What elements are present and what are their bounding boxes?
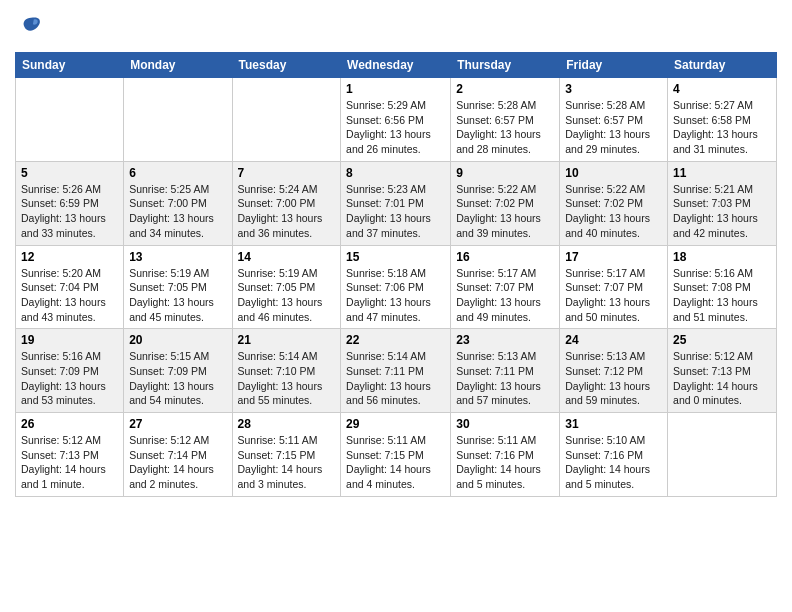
day-info: Sunrise: 5:12 AM Sunset: 7:13 PM Dayligh…	[673, 349, 771, 408]
logo-bird-icon	[17, 14, 45, 42]
day-info: Sunrise: 5:19 AM Sunset: 7:05 PM Dayligh…	[238, 266, 336, 325]
calendar-cell: 6Sunrise: 5:25 AM Sunset: 7:00 PM Daylig…	[124, 161, 232, 245]
calendar-cell: 10Sunrise: 5:22 AM Sunset: 7:02 PM Dayli…	[560, 161, 668, 245]
day-number: 13	[129, 250, 226, 264]
day-header-tuesday: Tuesday	[232, 53, 341, 78]
day-number: 5	[21, 166, 118, 180]
day-number: 21	[238, 333, 336, 347]
calendar-cell	[668, 413, 777, 497]
day-number: 14	[238, 250, 336, 264]
day-number: 22	[346, 333, 445, 347]
day-info: Sunrise: 5:12 AM Sunset: 7:13 PM Dayligh…	[21, 433, 118, 492]
day-info: Sunrise: 5:14 AM Sunset: 7:10 PM Dayligh…	[238, 349, 336, 408]
day-info: Sunrise: 5:28 AM Sunset: 6:57 PM Dayligh…	[456, 98, 554, 157]
day-info: Sunrise: 5:22 AM Sunset: 7:02 PM Dayligh…	[456, 182, 554, 241]
calendar-cell: 30Sunrise: 5:11 AM Sunset: 7:16 PM Dayli…	[451, 413, 560, 497]
day-number: 29	[346, 417, 445, 431]
calendar-cell: 9Sunrise: 5:22 AM Sunset: 7:02 PM Daylig…	[451, 161, 560, 245]
day-number: 17	[565, 250, 662, 264]
day-info: Sunrise: 5:21 AM Sunset: 7:03 PM Dayligh…	[673, 182, 771, 241]
calendar-cell: 27Sunrise: 5:12 AM Sunset: 7:14 PM Dayli…	[124, 413, 232, 497]
calendar-week-row: 1Sunrise: 5:29 AM Sunset: 6:56 PM Daylig…	[16, 78, 777, 162]
calendar-cell: 26Sunrise: 5:12 AM Sunset: 7:13 PM Dayli…	[16, 413, 124, 497]
calendar-week-row: 12Sunrise: 5:20 AM Sunset: 7:04 PM Dayli…	[16, 245, 777, 329]
day-info: Sunrise: 5:23 AM Sunset: 7:01 PM Dayligh…	[346, 182, 445, 241]
calendar-cell: 8Sunrise: 5:23 AM Sunset: 7:01 PM Daylig…	[341, 161, 451, 245]
logo	[15, 14, 45, 46]
day-info: Sunrise: 5:22 AM Sunset: 7:02 PM Dayligh…	[565, 182, 662, 241]
calendar-cell: 1Sunrise: 5:29 AM Sunset: 6:56 PM Daylig…	[341, 78, 451, 162]
day-number: 8	[346, 166, 445, 180]
day-info: Sunrise: 5:12 AM Sunset: 7:14 PM Dayligh…	[129, 433, 226, 492]
day-info: Sunrise: 5:29 AM Sunset: 6:56 PM Dayligh…	[346, 98, 445, 157]
day-number: 4	[673, 82, 771, 96]
day-number: 27	[129, 417, 226, 431]
calendar-cell: 12Sunrise: 5:20 AM Sunset: 7:04 PM Dayli…	[16, 245, 124, 329]
day-number: 26	[21, 417, 118, 431]
calendar-cell: 19Sunrise: 5:16 AM Sunset: 7:09 PM Dayli…	[16, 329, 124, 413]
calendar-cell: 13Sunrise: 5:19 AM Sunset: 7:05 PM Dayli…	[124, 245, 232, 329]
calendar-cell: 14Sunrise: 5:19 AM Sunset: 7:05 PM Dayli…	[232, 245, 341, 329]
calendar-cell: 18Sunrise: 5:16 AM Sunset: 7:08 PM Dayli…	[668, 245, 777, 329]
day-number: 25	[673, 333, 771, 347]
calendar-cell: 23Sunrise: 5:13 AM Sunset: 7:11 PM Dayli…	[451, 329, 560, 413]
calendar-cell: 15Sunrise: 5:18 AM Sunset: 7:06 PM Dayli…	[341, 245, 451, 329]
day-header-sunday: Sunday	[16, 53, 124, 78]
day-number: 15	[346, 250, 445, 264]
calendar-cell: 17Sunrise: 5:17 AM Sunset: 7:07 PM Dayli…	[560, 245, 668, 329]
day-number: 1	[346, 82, 445, 96]
day-info: Sunrise: 5:25 AM Sunset: 7:00 PM Dayligh…	[129, 182, 226, 241]
day-info: Sunrise: 5:14 AM Sunset: 7:11 PM Dayligh…	[346, 349, 445, 408]
day-info: Sunrise: 5:10 AM Sunset: 7:16 PM Dayligh…	[565, 433, 662, 492]
day-info: Sunrise: 5:17 AM Sunset: 7:07 PM Dayligh…	[456, 266, 554, 325]
day-number: 9	[456, 166, 554, 180]
page-header	[15, 10, 777, 46]
day-number: 2	[456, 82, 554, 96]
day-number: 20	[129, 333, 226, 347]
calendar-cell: 4Sunrise: 5:27 AM Sunset: 6:58 PM Daylig…	[668, 78, 777, 162]
day-info: Sunrise: 5:11 AM Sunset: 7:15 PM Dayligh…	[346, 433, 445, 492]
day-number: 10	[565, 166, 662, 180]
day-number: 30	[456, 417, 554, 431]
day-info: Sunrise: 5:19 AM Sunset: 7:05 PM Dayligh…	[129, 266, 226, 325]
calendar-cell: 24Sunrise: 5:13 AM Sunset: 7:12 PM Dayli…	[560, 329, 668, 413]
calendar-week-row: 19Sunrise: 5:16 AM Sunset: 7:09 PM Dayli…	[16, 329, 777, 413]
day-header-saturday: Saturday	[668, 53, 777, 78]
calendar-week-row: 5Sunrise: 5:26 AM Sunset: 6:59 PM Daylig…	[16, 161, 777, 245]
calendar-cell: 28Sunrise: 5:11 AM Sunset: 7:15 PM Dayli…	[232, 413, 341, 497]
day-info: Sunrise: 5:15 AM Sunset: 7:09 PM Dayligh…	[129, 349, 226, 408]
day-info: Sunrise: 5:18 AM Sunset: 7:06 PM Dayligh…	[346, 266, 445, 325]
day-number: 7	[238, 166, 336, 180]
day-header-wednesday: Wednesday	[341, 53, 451, 78]
calendar-cell: 31Sunrise: 5:10 AM Sunset: 7:16 PM Dayli…	[560, 413, 668, 497]
day-number: 28	[238, 417, 336, 431]
calendar-cell: 25Sunrise: 5:12 AM Sunset: 7:13 PM Dayli…	[668, 329, 777, 413]
calendar-cell: 29Sunrise: 5:11 AM Sunset: 7:15 PM Dayli…	[341, 413, 451, 497]
calendar-cell: 20Sunrise: 5:15 AM Sunset: 7:09 PM Dayli…	[124, 329, 232, 413]
calendar-table: SundayMondayTuesdayWednesdayThursdayFrid…	[15, 52, 777, 497]
calendar-cell	[124, 78, 232, 162]
calendar-week-row: 26Sunrise: 5:12 AM Sunset: 7:13 PM Dayli…	[16, 413, 777, 497]
calendar-cell: 5Sunrise: 5:26 AM Sunset: 6:59 PM Daylig…	[16, 161, 124, 245]
day-info: Sunrise: 5:16 AM Sunset: 7:09 PM Dayligh…	[21, 349, 118, 408]
day-number: 12	[21, 250, 118, 264]
day-header-monday: Monday	[124, 53, 232, 78]
calendar-cell	[232, 78, 341, 162]
day-info: Sunrise: 5:13 AM Sunset: 7:12 PM Dayligh…	[565, 349, 662, 408]
calendar-cell	[16, 78, 124, 162]
day-number: 23	[456, 333, 554, 347]
day-number: 18	[673, 250, 771, 264]
day-number: 24	[565, 333, 662, 347]
day-info: Sunrise: 5:11 AM Sunset: 7:16 PM Dayligh…	[456, 433, 554, 492]
day-info: Sunrise: 5:24 AM Sunset: 7:00 PM Dayligh…	[238, 182, 336, 241]
day-info: Sunrise: 5:13 AM Sunset: 7:11 PM Dayligh…	[456, 349, 554, 408]
day-number: 11	[673, 166, 771, 180]
day-number: 19	[21, 333, 118, 347]
day-number: 3	[565, 82, 662, 96]
day-info: Sunrise: 5:28 AM Sunset: 6:57 PM Dayligh…	[565, 98, 662, 157]
calendar-cell: 16Sunrise: 5:17 AM Sunset: 7:07 PM Dayli…	[451, 245, 560, 329]
day-info: Sunrise: 5:11 AM Sunset: 7:15 PM Dayligh…	[238, 433, 336, 492]
calendar-cell: 11Sunrise: 5:21 AM Sunset: 7:03 PM Dayli…	[668, 161, 777, 245]
calendar-cell: 7Sunrise: 5:24 AM Sunset: 7:00 PM Daylig…	[232, 161, 341, 245]
calendar-cell: 21Sunrise: 5:14 AM Sunset: 7:10 PM Dayli…	[232, 329, 341, 413]
